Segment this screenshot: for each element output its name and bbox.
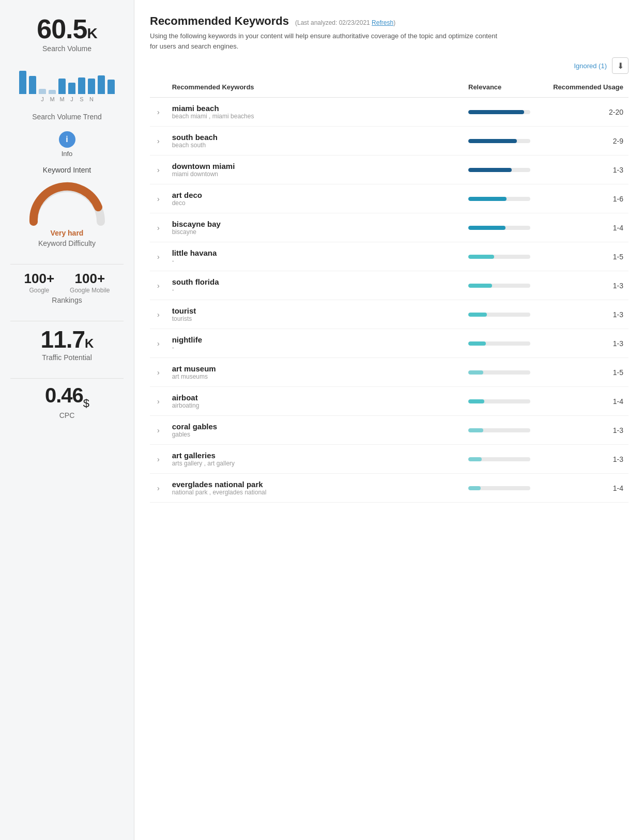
table-header-row: Recommended Keywords Relevance Recommend… (150, 79, 628, 98)
expand-button[interactable]: › (155, 339, 162, 348)
keyword-sub: - (172, 286, 458, 293)
last-analyzed: (Last analyzed: 02/23/2021 Refresh) (295, 19, 395, 26)
recommended-usage: 1-4 (546, 387, 628, 416)
main-description: Using the following keywords in your con… (150, 31, 501, 51)
recommended-usage: 1-6 (546, 184, 628, 213)
info-section: i Info (59, 131, 75, 158)
main-header: Recommended Keywords (Last analyzed: 02/… (150, 14, 628, 51)
download-button[interactable]: ⬇ (612, 57, 628, 74)
col-relevance: Relevance (463, 79, 546, 98)
google-mobile-rank-number: 100+ (75, 271, 105, 287)
expand-button[interactable]: › (155, 137, 162, 145)
table-row: › south beach beach south 2-9 (150, 127, 628, 155)
relevance-bar (468, 168, 530, 172)
rankings-row: 100+ Google 100+ Google Mobile (24, 271, 110, 294)
recommended-usage: 1-3 (546, 300, 628, 329)
keyword-sub: gables (172, 431, 458, 438)
expand-button[interactable]: › (155, 484, 162, 492)
recommended-usage: 1-4 (546, 213, 628, 242)
table-row: › art museum art museums 1-5 (150, 358, 628, 387)
google-rank-label: Google (29, 287, 49, 294)
svg-point-0 (96, 205, 101, 210)
expand-button[interactable]: › (155, 195, 162, 203)
keyword-sub: miami downtown (172, 170, 458, 178)
keyword-main: airboat (172, 393, 458, 402)
col-keyword: Recommended Keywords (167, 79, 463, 98)
relevance-bar (468, 110, 530, 114)
col-expand (150, 79, 167, 98)
keyword-sub: deco (172, 199, 458, 207)
keywords-table: Recommended Keywords Relevance Recommend… (150, 79, 628, 503)
refresh-link[interactable]: Refresh (372, 19, 393, 26)
expand-button[interactable]: › (155, 253, 162, 261)
chart-label: J (39, 96, 46, 102)
relevance-bar (468, 457, 530, 461)
table-row: › art deco deco 1-6 (150, 184, 628, 213)
relevance-bar (468, 139, 530, 143)
relevance-bar (468, 226, 530, 230)
keyword-main: coral gables (172, 422, 458, 431)
info-label: Info (62, 150, 73, 158)
relevance-bar (468, 486, 530, 490)
recommended-usage: 1-3 (546, 271, 628, 300)
expand-button[interactable]: › (155, 310, 162, 319)
traffic-potential-label: Traffic Potential (42, 353, 92, 362)
relevance-fill (468, 168, 512, 172)
bar (98, 75, 105, 94)
relevance-fill (468, 226, 505, 230)
chart-label: N (88, 96, 95, 102)
gauge-container (26, 180, 109, 227)
table-row: › nightlife - 1-3 (150, 329, 628, 358)
table-row: › biscayne bay biscayne 1-4 (150, 213, 628, 242)
expand-button[interactable]: › (155, 426, 162, 434)
recommended-usage: 1-5 (546, 242, 628, 271)
search-volume-label: Search Volume (42, 44, 91, 53)
keyword-sub: - (172, 257, 458, 265)
relevance-fill (468, 341, 486, 346)
bar (19, 71, 26, 94)
relevance-bar (468, 313, 530, 317)
keyword-main: little havana (172, 248, 458, 257)
page-title: Recommended Keywords (150, 14, 289, 28)
google-mobile-rank-item: 100+ Google Mobile (70, 271, 110, 294)
recommended-usage: 1-3 (546, 329, 628, 358)
table-row: › coral gables gables 1-3 (150, 416, 628, 445)
chart-label: S (78, 96, 85, 102)
bar-chart (19, 63, 115, 94)
recommended-usage: 1-4 (546, 474, 628, 503)
bar (29, 76, 36, 94)
expand-button[interactable]: › (155, 108, 162, 116)
relevance-fill (468, 197, 507, 201)
relevance-fill (468, 284, 492, 288)
keyword-sub: beach south (172, 142, 458, 149)
keyword-sub: national park , everglades national (172, 489, 458, 496)
recommended-usage: 1-3 (546, 445, 628, 474)
expand-button[interactable]: › (155, 368, 162, 377)
chart-labels: JMMJSN (39, 96, 95, 102)
keyword-main: nightlife (172, 335, 458, 344)
search-volume-trend-label: Search Volume Trend (32, 113, 102, 121)
keyword-main: biscayne bay (172, 220, 458, 228)
expand-button[interactable]: › (155, 397, 162, 406)
relevance-fill (468, 110, 524, 114)
download-icon: ⬇ (617, 61, 624, 71)
relevance-fill (468, 370, 483, 375)
expand-button[interactable]: › (155, 224, 162, 232)
keyword-main: art galleries (172, 451, 458, 460)
bar (58, 79, 66, 94)
bar (78, 77, 85, 94)
chart-label: J (68, 96, 75, 102)
main-content: Recommended Keywords (Last analyzed: 02/… (134, 0, 644, 840)
expand-button[interactable]: › (155, 455, 162, 463)
expand-button[interactable]: › (155, 282, 162, 290)
ignored-button[interactable]: Ignored (1) (574, 62, 607, 70)
google-mobile-rank-label: Google Mobile (70, 287, 110, 294)
keyword-difficulty-label: Keyword Difficulty (38, 239, 96, 247)
expand-button[interactable]: › (155, 166, 162, 174)
relevance-fill (468, 428, 483, 432)
keyword-main: miami beach (172, 104, 458, 113)
keyword-main: everglades national park (172, 480, 458, 489)
cpc-label: CPC (59, 411, 75, 419)
keyword-main: south beach (172, 133, 458, 142)
relevance-fill (468, 457, 482, 461)
